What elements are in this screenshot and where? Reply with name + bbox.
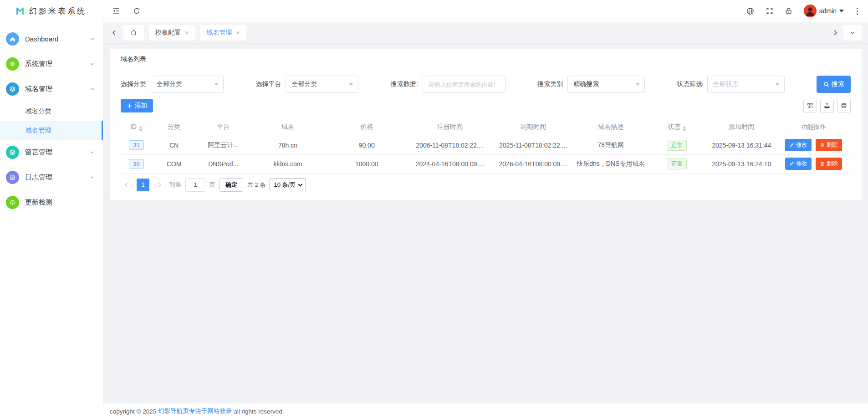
sidebar-item-log[interactable]: 日志管理 xyxy=(0,165,103,190)
sidebar-item-dashboard[interactable]: Dashboard xyxy=(0,26,103,51)
close-icon[interactable]: × xyxy=(236,30,240,36)
sidebar-submenu-domain: 域名分类 域名管理 xyxy=(0,102,103,140)
delete-button[interactable]: 删除 xyxy=(816,158,842,170)
select-value: 精确搜索 xyxy=(573,80,599,88)
home-icon xyxy=(130,29,138,36)
pencil-icon xyxy=(789,143,794,148)
prev-page-icon[interactable] xyxy=(121,179,133,191)
sidebar-item-label: 日志管理 xyxy=(25,173,52,182)
caret-down-icon xyxy=(775,83,780,86)
app-title: 幻影米表系统 xyxy=(29,6,87,16)
sidebar-item-message[interactable]: 留言管理 xyxy=(0,140,103,165)
col-header-description: 域名描述 xyxy=(575,119,647,136)
cell-price: 1000.00 xyxy=(325,154,408,173)
domain-table: ID 分类 平台 域名 价格 注册时间 到期时间 域名描述 状态 添加时间 功能 xyxy=(121,119,851,174)
more-options-icon[interactable] xyxy=(855,6,860,16)
table-row: 31 CN 阿里云计... 78h.cn 90.00 2006-11-08T18… xyxy=(121,136,851,154)
col-header-id: ID xyxy=(121,119,152,136)
search-type-select[interactable]: 精确搜索 xyxy=(567,76,645,93)
cloud-icon xyxy=(6,196,19,209)
category-select[interactable]: 全部分类 xyxy=(151,76,224,93)
filter-label: 状态筛选 xyxy=(677,80,703,88)
caret-down-icon xyxy=(214,83,219,86)
avatar xyxy=(804,5,817,17)
layers-icon xyxy=(6,82,19,96)
tab-domain-manage[interactable]: 域名管理 × xyxy=(200,25,246,41)
sidebar-item-update[interactable]: 更新检测 xyxy=(0,190,103,215)
status-select[interactable]: 全部状态 xyxy=(707,76,785,93)
search-input[interactable] xyxy=(423,76,505,93)
cell-domain: kldns.com xyxy=(250,154,325,173)
refresh-icon[interactable] xyxy=(133,7,141,15)
fullscreen-icon[interactable] xyxy=(766,7,774,15)
chevron-down-icon xyxy=(89,61,95,67)
cell-description: 78导航网 xyxy=(575,136,647,154)
collapse-sidebar-icon[interactable] xyxy=(112,6,121,15)
close-icon[interactable]: × xyxy=(185,30,189,36)
page-number-button[interactable]: 1 xyxy=(137,179,149,191)
edit-button[interactable]: 修改 xyxy=(785,158,812,170)
tab-home[interactable] xyxy=(123,25,144,41)
col-header-actions: 功能操作 xyxy=(776,119,851,136)
footer-link[interactable]: 幻影导航页专注于网站收录 xyxy=(158,407,232,415)
content-area: 域名列表 选择分类 全部分类 选择平台 xyxy=(103,44,868,404)
tabs-scroll-right-icon[interactable] xyxy=(832,29,839,36)
card-body: 选择分类 全部分类 选择平台 全部分类 xyxy=(110,69,862,200)
tabs-scroll-left-icon[interactable] xyxy=(111,29,118,36)
logo-icon xyxy=(15,6,25,16)
col-header-expire-time: 到期时间 xyxy=(491,119,575,136)
tab-label: 模板配置 xyxy=(155,29,181,37)
columns-icon xyxy=(807,102,814,109)
filter-category: 选择分类 全部分类 xyxy=(121,76,224,93)
cell-category: COM xyxy=(152,154,196,173)
next-page-icon[interactable] xyxy=(153,179,165,191)
cell-expire-time: 2025-11-08T18:02:22.... xyxy=(491,136,575,154)
chevron-up-icon xyxy=(89,86,95,92)
select-value: 全部分类 xyxy=(157,80,182,88)
card-header: 域名列表 xyxy=(110,49,862,69)
goto-page-input[interactable] xyxy=(185,178,205,192)
footer: copyright © 2025 幻影导航页专注于网站收录 all rights… xyxy=(103,404,868,419)
export-button[interactable] xyxy=(820,99,834,112)
tabs-menu-icon[interactable] xyxy=(843,25,862,41)
lock-icon[interactable] xyxy=(785,7,793,15)
column-settings-button[interactable] xyxy=(803,99,817,112)
language-globe-icon[interactable] xyxy=(746,7,755,15)
page-size-select[interactable]: 10 条/页 xyxy=(270,179,306,191)
tab-template-config[interactable]: 模板配置 × xyxy=(149,25,195,41)
export-icon xyxy=(823,102,831,109)
username: admin xyxy=(819,7,837,15)
add-button[interactable]: 添加 xyxy=(121,99,153,112)
goto-label: 到第 xyxy=(169,181,181,189)
tab-label: 域名管理 xyxy=(206,29,232,37)
cell-reg-time: 2006-11-08T18:02:22.... xyxy=(408,136,492,154)
select-value: 全部状态 xyxy=(713,80,739,88)
topbar-left xyxy=(112,6,141,15)
edit-button[interactable]: 修改 xyxy=(785,139,812,151)
chevron-down-icon xyxy=(89,174,95,180)
sort-icon[interactable] xyxy=(683,126,686,132)
sidebar-subitem-domain-category[interactable]: 域名分类 xyxy=(0,102,103,121)
layers-icon xyxy=(6,146,19,159)
sidebar-item-domain[interactable]: 域名管理 xyxy=(0,77,103,102)
document-icon xyxy=(6,171,19,184)
user-menu[interactable]: admin xyxy=(804,5,844,17)
app-logo[interactable]: 幻影米表系统 xyxy=(0,0,103,22)
gear-icon xyxy=(6,57,19,71)
cell-domain: 78h.cn xyxy=(250,136,325,154)
cell-description: 快乐dns，DNS专用域名 xyxy=(575,154,647,173)
table-row: 30 COM DNSPod... kldns.com 1000.00 2024-… xyxy=(121,154,851,173)
app-root: 幻影米表系统 Dashboard 系统管理 xyxy=(0,0,868,419)
goto-confirm-button[interactable]: 确定 xyxy=(220,178,243,192)
trash-icon xyxy=(820,161,825,166)
search-button[interactable]: 搜索 xyxy=(817,76,851,93)
sidebar-item-system[interactable]: 系统管理 xyxy=(0,51,103,77)
sort-icon[interactable] xyxy=(139,126,143,132)
platform-select[interactable]: 全部分类 xyxy=(286,76,358,93)
col-header-category: 分类 xyxy=(152,119,196,136)
cell-add-time: 2025-09-13 16:31:44 xyxy=(707,136,776,154)
delete-button[interactable]: 删除 xyxy=(816,139,842,151)
print-button[interactable] xyxy=(837,99,851,112)
sidebar-subitem-domain-manage[interactable]: 域名管理 xyxy=(0,121,103,140)
copyright-prefix: copyright © 2025 xyxy=(110,408,156,415)
